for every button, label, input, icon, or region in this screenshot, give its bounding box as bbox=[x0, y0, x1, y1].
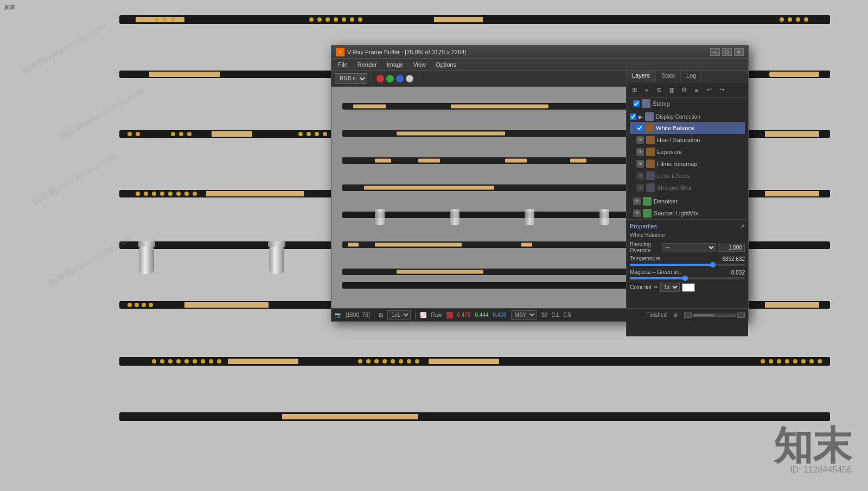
properties-title: Properties ↗ bbox=[630, 223, 745, 230]
layer-lens-effects[interactable]: 👁 Lens Effects bbox=[630, 170, 745, 182]
layers-icon[interactable]: ⊞ bbox=[629, 85, 640, 95]
num1-value: 30 bbox=[541, 312, 547, 318]
sbar-slider[interactable] bbox=[693, 314, 736, 317]
sbar-btn-2[interactable] bbox=[737, 313, 745, 318]
channel-mode-select[interactable]: MSY bbox=[511, 310, 537, 320]
curve-icon: 📈 bbox=[420, 312, 426, 318]
status-sep-2 bbox=[415, 311, 416, 319]
toolbar-separator-1 bbox=[372, 73, 372, 84]
menu-file[interactable]: File bbox=[334, 60, 352, 69]
g-value: 0.444 bbox=[475, 312, 489, 318]
arrange-icon[interactable]: ≡ bbox=[691, 85, 702, 95]
hs-eye[interactable]: 👁 bbox=[636, 136, 644, 144]
den-eye[interactable]: 👁 bbox=[633, 197, 641, 205]
channel-red-toggle[interactable] bbox=[376, 75, 384, 82]
lens-icon bbox=[646, 171, 655, 180]
layer-hue-saturation[interactable]: 👁 Hue / Saturation bbox=[630, 134, 745, 146]
menu-image[interactable]: Image bbox=[382, 60, 408, 69]
layer-sharpen-blur[interactable]: 👁 Sharpen/Blur bbox=[630, 182, 745, 194]
layer-filmic-tonemap[interactable]: 👁 Filmic tonemap bbox=[630, 158, 745, 170]
undo-icon[interactable]: ↩ bbox=[704, 85, 714, 95]
vfb-right-panel: Layers Stats Log ⊞ + ⧉ 🗑 ⚙ ≡ ↩ ↪ Stamp bbox=[626, 71, 748, 336]
properties-section: Properties ↗ White Balance Blending Over… bbox=[627, 219, 748, 297]
exp-eye[interactable]: 👁 bbox=[636, 148, 644, 156]
title-text: V-Ray Frame Buffer · [25.0% of 3170 x 22… bbox=[347, 49, 466, 55]
lm-eye[interactable]: 👁 bbox=[633, 209, 641, 217]
window-controls: ─ □ ✕ bbox=[710, 48, 744, 56]
delete-layer-icon[interactable]: 🗑 bbox=[666, 85, 677, 95]
zoom-select[interactable]: 1x1 bbox=[387, 310, 411, 320]
tab-log[interactable]: Log bbox=[681, 71, 702, 82]
wb-checkbox[interactable] bbox=[636, 125, 643, 131]
sb-eye[interactable]: 👁 bbox=[636, 184, 644, 192]
film-eye[interactable]: 👁 bbox=[636, 160, 644, 168]
temperature-label: Temperature bbox=[630, 256, 660, 262]
sb-label: Sharpen/Blur bbox=[657, 184, 692, 191]
menu-view[interactable]: View bbox=[409, 60, 430, 69]
copy-layer-icon[interactable]: ⧉ bbox=[654, 85, 665, 95]
stamp-checkbox[interactable] bbox=[633, 100, 640, 107]
tab-stats[interactable]: Stats bbox=[656, 71, 681, 82]
hs-label: Hue / Saturation bbox=[657, 137, 700, 143]
magenta-green-slider[interactable] bbox=[630, 277, 745, 279]
raw-color-box bbox=[446, 312, 453, 318]
lm-icon bbox=[643, 209, 652, 218]
properties-section-label: White Balance bbox=[630, 232, 745, 238]
properties-expand-icon[interactable]: ↗ bbox=[740, 223, 745, 230]
num2-value: 0.1 bbox=[552, 312, 559, 318]
exp-icon bbox=[646, 148, 655, 156]
spotlight-1 bbox=[136, 241, 157, 274]
lens-eye[interactable]: 👁 bbox=[636, 172, 644, 180]
channel-white-toggle[interactable] bbox=[406, 75, 413, 82]
blending-override-label: Blending Override bbox=[630, 241, 662, 253]
add-layer-icon[interactable]: + bbox=[641, 85, 652, 95]
color-tint-swatch[interactable] bbox=[682, 283, 695, 292]
den-label: Denoiser bbox=[654, 198, 678, 205]
vfb-title: V V-Ray Frame Buffer · [25.0% of 3170 x … bbox=[336, 48, 466, 56]
layer-stamp[interactable]: Stamp bbox=[627, 98, 748, 110]
tab-layers[interactable]: Layers bbox=[627, 71, 656, 82]
magenta-green-label: Magenta – Green tint bbox=[630, 269, 681, 275]
sbar-btn-1[interactable] bbox=[684, 313, 692, 318]
panel-toolbar: ⊞ + ⧉ 🗑 ⚙ ≡ ↩ ↪ bbox=[627, 82, 748, 98]
group-expand-icon: ▶ bbox=[639, 114, 643, 120]
toolbar-separator-2 bbox=[418, 73, 418, 84]
blending-override-select[interactable]: ─ bbox=[662, 243, 716, 252]
expand-icon[interactable]: ⊕ bbox=[673, 312, 678, 318]
vfb-window: V V-Ray Frame Buffer · [25.0% of 3170 x … bbox=[331, 45, 749, 322]
track-row-8 bbox=[119, 412, 830, 421]
settings-layer-icon[interactable]: ⚙ bbox=[679, 85, 690, 95]
minimize-button[interactable]: ─ bbox=[710, 48, 720, 56]
channel-blue-toggle[interactable] bbox=[396, 75, 404, 82]
color-tint-edit-icon[interactable]: ✏ bbox=[654, 284, 658, 290]
blending-override-value[interactable] bbox=[718, 244, 745, 252]
color-tint-label: Color tint bbox=[630, 284, 652, 290]
channel-select[interactable]: RGB color bbox=[335, 73, 367, 84]
track-row-1 bbox=[119, 15, 830, 24]
display-correction-checkbox[interactable] bbox=[630, 113, 636, 120]
channel-green-toggle[interactable] bbox=[386, 75, 394, 82]
color-tint-size-select[interactable]: 1x1 bbox=[660, 283, 680, 292]
menu-render[interactable]: Render bbox=[353, 60, 381, 69]
track-row-7 bbox=[119, 357, 830, 366]
layer-exposure[interactable]: 👁 Exposure bbox=[630, 146, 745, 158]
close-button[interactable]: ✕ bbox=[734, 48, 744, 56]
layer-source-lightmix[interactable]: 👁 Source: LightMix bbox=[627, 207, 748, 219]
display-correction-icon bbox=[645, 112, 654, 121]
stamp-label: Stamp bbox=[653, 100, 670, 107]
display-correction-group: ▶ Display Correction White Balance 👁 Hue… bbox=[627, 110, 748, 195]
temperature-slider[interactable] bbox=[630, 264, 745, 266]
panel-tabs: Layers Stats Log bbox=[627, 71, 748, 82]
vfb-statusbar: 📷 [1800, 76] ⊞ 1x1 📈 Raw 0.479 0.444 0.4… bbox=[331, 308, 748, 321]
menu-options[interactable]: Options bbox=[431, 60, 461, 69]
vfb-titlebar: V V-Ray Frame Buffer · [25.0% of 3170 x … bbox=[331, 46, 748, 59]
b-value: 0.409 bbox=[493, 312, 507, 318]
display-correction-header[interactable]: ▶ Display Correction bbox=[630, 111, 745, 122]
redo-icon[interactable]: ↪ bbox=[716, 85, 727, 95]
num3-value: 0.5 bbox=[564, 312, 571, 318]
layer-denoiser[interactable]: 👁 Denoiser bbox=[627, 195, 748, 207]
temperature-row: Temperature 6352.632 bbox=[630, 256, 745, 266]
maximize-button[interactable]: □ bbox=[722, 48, 732, 56]
layer-white-balance[interactable]: White Balance bbox=[630, 122, 745, 134]
spotlight-2 bbox=[266, 241, 288, 274]
